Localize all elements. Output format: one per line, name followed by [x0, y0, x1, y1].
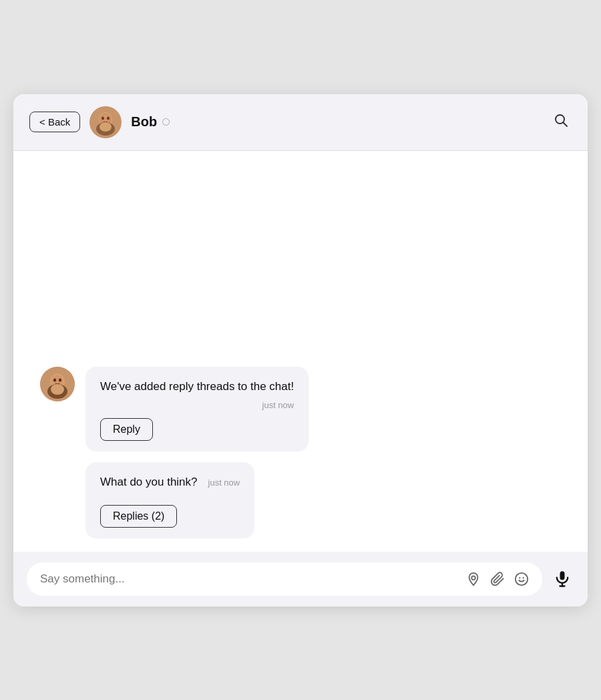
svg-point-5	[107, 116, 110, 120]
svg-point-16	[51, 384, 64, 395]
message-text-1: We've added reply threads to the chat!	[100, 379, 294, 395]
attachment-button[interactable]	[490, 572, 505, 586]
svg-point-7	[99, 122, 112, 132]
svg-point-19	[519, 577, 520, 578]
message-row-2: What do you think? just now Replies (2)	[40, 462, 561, 538]
input-icons	[466, 572, 529, 586]
mic-icon	[553, 570, 572, 588]
contact-name-group: Bob	[131, 114, 541, 130]
back-button[interactable]: < Back	[29, 112, 80, 132]
search-button[interactable]	[550, 110, 572, 135]
svg-point-18	[516, 572, 528, 584]
status-indicator	[162, 118, 170, 126]
svg-point-17	[471, 576, 475, 580]
emoji-button[interactable]	[514, 572, 529, 586]
input-wrapper	[27, 562, 542, 596]
svg-rect-21	[560, 571, 565, 580]
svg-point-20	[523, 577, 524, 578]
contact-avatar	[89, 106, 122, 138]
message-bubble-1: We've added reply threads to the chat! j…	[85, 367, 309, 452]
avatar-image	[89, 106, 122, 138]
emoji-icon	[514, 572, 529, 586]
chat-header: < Back Bob	[13, 94, 588, 151]
sender-avatar-image	[40, 367, 75, 401]
chat-area: We've added reply threads to the chat! j…	[13, 151, 588, 552]
sender-avatar	[40, 367, 75, 401]
app-container: < Back Bob	[13, 94, 588, 606]
svg-point-14	[59, 378, 61, 381]
message-input[interactable]	[40, 572, 457, 586]
location-icon	[466, 572, 481, 586]
replies-button[interactable]: Replies (2)	[100, 505, 177, 528]
message-text-2: What do you think?	[100, 474, 198, 490]
location-button[interactable]	[466, 572, 481, 586]
svg-line-9	[564, 122, 568, 126]
contact-name: Bob	[131, 114, 157, 130]
message-row: We've added reply threads to the chat! j…	[40, 367, 561, 452]
message-time-2: just now	[208, 478, 240, 488]
search-icon	[553, 112, 569, 128]
message-bubble-2: What do you think? just now Replies (2)	[85, 462, 254, 538]
message-time-1: just now	[100, 400, 294, 410]
messages-list: We've added reply threads to the chat! j…	[40, 367, 561, 538]
message-header-row: What do you think? just now	[100, 474, 240, 496]
svg-point-4	[102, 116, 104, 120]
reply-button[interactable]: Reply	[100, 418, 153, 441]
input-area	[13, 552, 588, 606]
back-chevron: < Back	[39, 116, 70, 128]
mic-button[interactable]	[550, 567, 574, 591]
svg-point-13	[53, 378, 56, 381]
attachment-icon	[490, 572, 505, 586]
